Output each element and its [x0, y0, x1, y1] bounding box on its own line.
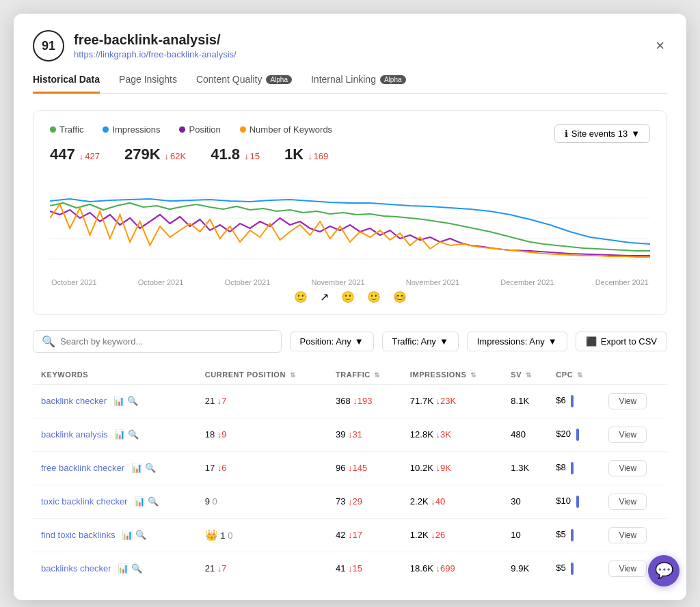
table-row: toxic backlink checker 📊 🔍 9 0 73 ↓29 2.…	[33, 485, 667, 518]
search-input[interactable]	[60, 336, 273, 347]
col-traffic: TRAFFIC ⇅	[327, 365, 402, 385]
impressions-cell: 18.6K ↓699	[402, 552, 503, 584]
bar-chart-icon[interactable]: 📊	[122, 530, 133, 540]
sv-value: 8.1K	[511, 396, 529, 406]
main-modal: 91 free-backlink-analysis/ https://linkg…	[14, 14, 686, 600]
col-actions	[600, 365, 667, 385]
view-button[interactable]: View	[608, 427, 647, 443]
traffic-cell: 42 ↓17	[327, 518, 402, 552]
position-change: ↓ 15	[244, 151, 260, 161]
keyword-link[interactable]: free backlink checker	[41, 463, 124, 473]
export-csv-button[interactable]: ⬛ Export to CSV	[576, 332, 667, 351]
cpc-bar	[571, 563, 574, 575]
view-button[interactable]: View	[608, 561, 647, 577]
traffic-change: ↓29	[348, 496, 362, 507]
impressions-cell: 2.2K ↓40	[402, 485, 503, 518]
bar-chart-icon[interactable]: 📊	[118, 563, 129, 574]
traffic-change: ↓31	[348, 429, 362, 440]
impressions-value: 71.7K	[410, 396, 433, 406]
event-icon-3[interactable]: 🙂	[367, 291, 381, 304]
keyword-link[interactable]: find toxic backlinks	[41, 530, 115, 540]
tab-page-insights[interactable]: Page Insights	[119, 74, 177, 94]
bar-chart-icon[interactable]: 📊	[113, 396, 124, 406]
view-button[interactable]: View	[608, 393, 647, 409]
cpc-bar	[571, 529, 574, 541]
tab-internal-linking[interactable]: Internal Linking Alpha	[311, 74, 406, 94]
search-kw-icon[interactable]: 🔍	[127, 396, 138, 406]
legend-position: Position	[179, 124, 220, 135]
search-box[interactable]: 🔍	[33, 330, 282, 353]
site-events-button[interactable]: ℹ Site events 13 ▼	[554, 124, 650, 143]
action-cell: View	[600, 485, 667, 518]
col-keywords: KEYWORDS	[33, 365, 197, 385]
traffic-sort-icon[interactable]: ⇅	[374, 371, 380, 379]
tab-historical-data[interactable]: Historical Data	[33, 74, 100, 94]
cpc-cell: $20	[548, 418, 600, 451]
kw-cell: free backlink checker 📊 🔍	[33, 451, 197, 485]
cpc-value: $20	[556, 429, 571, 439]
view-button[interactable]: View	[608, 527, 647, 543]
cpc-sort-icon[interactable]: ⇅	[577, 371, 583, 379]
position-sort-icon[interactable]: ⇅	[290, 371, 296, 379]
sv-value: 1.3K	[511, 463, 529, 473]
bar-chart-icon[interactable]: 📊	[114, 429, 125, 440]
col-sv: SV ⇅	[502, 365, 548, 385]
impressions-change: ↓3K	[435, 429, 450, 440]
sv-cell: 10	[502, 518, 548, 552]
impressions-sort-icon[interactable]: ⇅	[470, 371, 476, 379]
metric-traffic: 447 ↓ 427	[50, 146, 100, 163]
keyword-link[interactable]: backlink analysis	[41, 429, 108, 440]
tab-content-quality[interactable]: Content Quality Alpha	[196, 74, 292, 94]
keyword-link[interactable]: backlinks checker	[41, 563, 111, 574]
search-kw-icon[interactable]: 🔍	[148, 496, 159, 507]
chart-svg	[50, 177, 650, 273]
col-cpc: CPC ⇅	[548, 365, 600, 385]
chat-button[interactable]: 💬	[648, 555, 679, 586]
keyword-link[interactable]: toxic backlink checker	[41, 496, 127, 507]
action-cell: View	[600, 418, 667, 451]
traffic-filter-button[interactable]: Traffic: Any ▼	[382, 332, 459, 351]
impressions-change: ↓699	[435, 563, 455, 574]
site-url[interactable]: https://linkgraph.io/free-backlink-analy…	[74, 49, 237, 59]
sv-sort-icon[interactable]: ⇅	[526, 371, 532, 379]
search-kw-icon[interactable]: 🔍	[135, 530, 146, 540]
view-button[interactable]: View	[608, 460, 647, 476]
search-kw-icon[interactable]: 🔍	[128, 429, 139, 440]
pos-change: ↓7	[217, 563, 227, 574]
keywords-table: KEYWORDS CURRENT POSITION ⇅ TRAFFIC ⇅ IM…	[33, 365, 667, 584]
site-title: free-backlink-analysis/	[74, 32, 237, 48]
sv-value: 480	[511, 429, 526, 440]
close-button[interactable]: ×	[653, 34, 667, 57]
bar-chart-icon[interactable]: 📊	[134, 496, 145, 507]
impressions-cell: 12.8K ↓3K	[402, 418, 503, 451]
sv-value: 10	[511, 530, 520, 540]
traffic-change: ↓17	[348, 530, 362, 540]
traffic-change: ↓15	[348, 563, 362, 574]
cpc-bar	[571, 462, 574, 474]
cpc-value: $5	[556, 529, 565, 539]
keyword-link[interactable]: backlink checker	[41, 396, 107, 406]
traffic-filter-arrow: ▼	[440, 336, 448, 347]
bar-chart-icon[interactable]: 📊	[131, 463, 142, 473]
sv-cell: 480	[502, 418, 548, 451]
search-kw-icon[interactable]: 🔍	[131, 563, 142, 574]
sv-cell: 1.3K	[502, 451, 548, 485]
event-icon-4[interactable]: 😊	[393, 291, 407, 304]
legend-keywords: Number of Keywords	[240, 124, 332, 135]
sv-cell: 30	[502, 485, 548, 518]
kw-icon-group: 📊 🔍	[122, 530, 146, 540]
event-arrow-icon[interactable]: ↗	[320, 291, 329, 304]
traffic-value: 41	[336, 563, 345, 574]
search-kw-icon[interactable]: 🔍	[145, 463, 156, 473]
event-icon-1[interactable]: 🙂	[294, 291, 308, 304]
impressions-change: ↓23K	[435, 396, 456, 406]
pos-change: 0	[213, 496, 217, 507]
pos-change: ↓7	[217, 396, 227, 406]
view-button[interactable]: View	[608, 494, 647, 510]
position-cell: 18 ↓9	[197, 418, 327, 451]
position-filter-button[interactable]: Position: Any ▼	[290, 332, 374, 351]
event-icon-2[interactable]: 🙂	[341, 291, 355, 304]
score-badge: 91	[33, 30, 64, 62]
impressions-filter-button[interactable]: Impressions: Any ▼	[467, 332, 567, 351]
impressions-value: 2.2K	[410, 496, 429, 507]
